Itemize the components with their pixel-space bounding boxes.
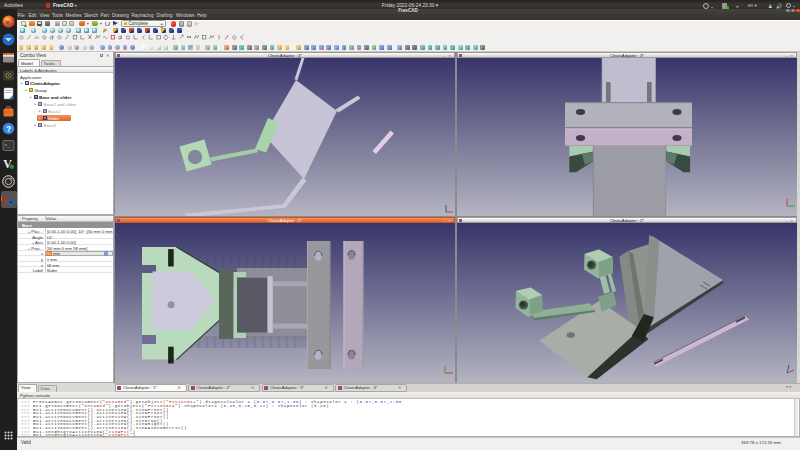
svg-text:F: F	[3, 195, 10, 207]
svg-text:>_: >_	[4, 143, 11, 149]
svg-text:?: ?	[6, 124, 11, 134]
